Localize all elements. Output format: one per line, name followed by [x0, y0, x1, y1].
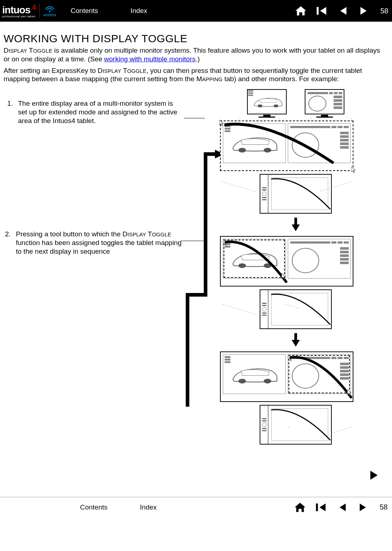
page-title: WORKING WITH DISPLAY TOGGLE — [4, 32, 388, 45]
step-2: 2. Pressing a tool button to which the D… — [5, 230, 182, 255]
continue-next-page-icon[interactable] — [367, 468, 381, 484]
divider — [39, 4, 40, 18]
stroke-arc — [225, 240, 290, 287]
svg-line-10 — [221, 182, 256, 192]
header-nav-links: Contents Index — [71, 7, 147, 15]
dual-monitors — [206, 89, 386, 118]
next-page-icon[interactable] — [357, 5, 370, 17]
contents-link[interactable]: Contents — [71, 7, 98, 15]
header-bar: intuos.4 professional pen tablet wireles… — [0, 0, 392, 22]
diagram-area: 1. The entire display area of a multi-mo… — [4, 89, 388, 490]
state-2-left-mapping — [220, 236, 353, 287]
product-logo: intuos.4 professional pen tablet — [0, 4, 36, 18]
step-1-text: The entire display area of a multi-monit… — [18, 99, 184, 125]
state-3-right-mapping — [220, 351, 353, 402]
stroke-arc — [270, 292, 378, 346]
cursor-icon — [219, 120, 224, 126]
display-toggle-diagram — [206, 89, 386, 447]
step-1-number: 1. — [7, 99, 18, 125]
step-1-leader-line — [184, 118, 205, 118]
step-1: 1. The entire display area of a multi-mo… — [7, 99, 184, 125]
wireless-badge: wireless — [43, 5, 56, 17]
state-1-full-mapping — [220, 121, 353, 171]
first-page-icon[interactable] — [316, 5, 328, 17]
index-link[interactable]: Index — [131, 7, 147, 15]
index-link[interactable]: Index — [140, 503, 157, 511]
logo-text: intuos — [2, 4, 30, 16]
multiple-monitors-link[interactable]: working with multiple monitors — [104, 55, 195, 63]
tablet-1 — [260, 174, 332, 214]
page-number-bottom: 58 — [380, 503, 388, 511]
stroke-arc — [270, 176, 378, 230]
first-page-icon[interactable] — [315, 501, 327, 513]
logo-model-4-num: 4 — [32, 3, 36, 11]
tablet-3 — [260, 405, 332, 445]
stroke-arc — [290, 355, 354, 402]
footer-nav-icons: 58 — [294, 501, 388, 513]
header-nav-icons: 58 — [295, 5, 388, 17]
tablet-2 — [260, 289, 332, 329]
prev-page-icon[interactable] — [336, 5, 349, 17]
intro-paragraph-2: After setting an ExpressKey to DISPLAY T… — [4, 66, 386, 84]
footer-nav-links: Contents Index — [80, 503, 157, 511]
wifi-icon — [43, 5, 56, 13]
next-page-icon[interactable] — [357, 501, 369, 513]
footer-bar: Contents Index 58 — [0, 497, 392, 517]
svg-line-12 — [222, 304, 256, 314]
wireless-label: wireless — [43, 13, 56, 17]
step-2-text: Pressing a tool button to which the DISP… — [16, 230, 182, 255]
cursor-icon — [351, 167, 356, 173]
page-content: WORKING WITH DISPLAY TOGGLE DISPLAY TOGG… — [0, 22, 392, 493]
monitor-left — [247, 89, 287, 118]
stroke-arc — [270, 407, 378, 461]
step-2-number: 2. — [5, 230, 16, 255]
monitor-right — [305, 89, 344, 118]
cursor-icon — [282, 273, 287, 280]
home-icon[interactable] — [294, 501, 306, 513]
intro-paragraph-1: DISPLAY TOGGLE is available only on mult… — [4, 46, 386, 64]
prev-page-icon[interactable] — [336, 501, 348, 513]
page-number-top: 58 — [380, 7, 388, 15]
home-icon[interactable] — [295, 5, 307, 17]
logo-subtitle: professional pen tablet — [2, 15, 36, 18]
cursor-icon — [347, 389, 352, 396]
contents-link[interactable]: Contents — [80, 503, 107, 511]
